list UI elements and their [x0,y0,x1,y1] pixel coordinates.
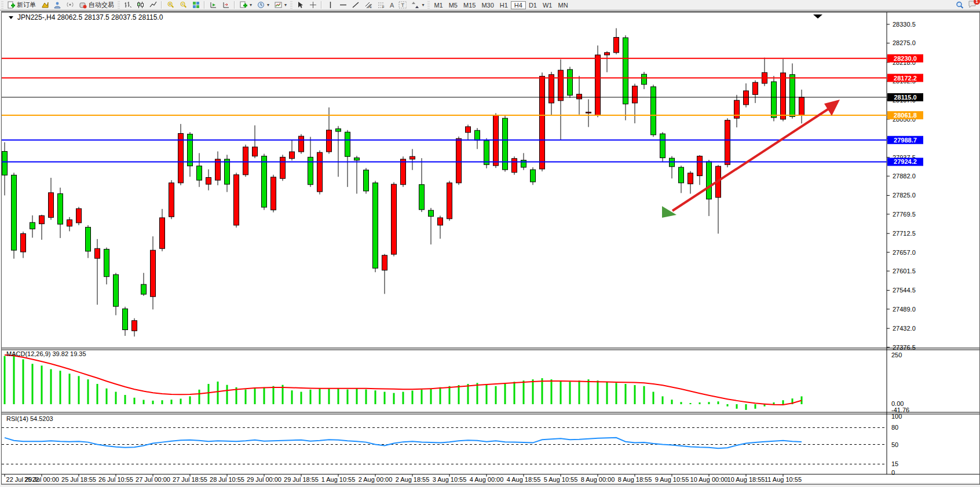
horizontal-line-tool[interactable] [337,1,349,9]
vertical-line-tool[interactable] [324,1,337,9]
chart-title: JPN225-,H4 28062.5 28137.5 28037.5 28115… [17,13,163,21]
periods-button[interactable]: ▾ [254,1,272,9]
tab-timeframe-m5[interactable]: M5 [446,1,460,9]
search-icon[interactable] [956,1,964,9]
candle-body [21,233,26,252]
candle-body [327,130,332,152]
auto-scroll-button[interactable] [207,1,220,9]
macd-histogram-bar [504,384,506,404]
candle-body [382,255,387,270]
candle-body [419,185,425,210]
indicators-button[interactable]: ▾ [237,1,254,9]
tile-windows-button[interactable] [189,1,202,9]
tab-timeframe-m15[interactable]: M15 [460,1,478,9]
cursor-tool-button[interactable] [294,1,306,9]
candle-body [253,147,258,156]
text-tool[interactable]: A [387,1,396,9]
trendline-tool[interactable] [349,1,362,9]
toolbar-grip[interactable] [118,1,120,9]
macd-histogram-bar [384,392,386,404]
macd-histogram-bar [87,379,89,404]
tab-timeframe-m30[interactable]: M30 [478,1,496,9]
text-label-tool[interactable]: T [396,1,409,9]
time-axis-label: 4 Aug 00:00 [470,476,504,483]
macd-histogram-bar [143,400,145,404]
macd-histogram-bar [412,391,414,404]
candle-body [438,218,443,225]
profile-button[interactable] [51,1,64,9]
candle-body [614,38,619,53]
time-axis-label: 27 Jul 18:55 [173,476,207,483]
price-chart[interactable]: 28330.528275.028218.028162.528107.028050… [2,12,979,484]
chart-window[interactable]: 28330.528275.028218.028162.528107.028050… [1,11,980,485]
macd-histogram-bar [440,387,441,404]
auto-trading-button[interactable]: 自动交易 [76,1,116,9]
bar-chart-button[interactable] [121,1,134,9]
vertical-line-icon [326,1,334,9]
toolbar-grip[interactable] [290,1,292,9]
candle-body [475,130,480,140]
macd-histogram-bar [542,378,543,404]
time-axis-label: 27 Jul 00:00 [136,476,170,483]
arrows-tool-button[interactable]: ▾ [409,1,426,9]
svg-text:50: 50 [891,441,898,448]
svg-text:0: 0 [891,469,895,476]
crosshair-tool-button[interactable] [306,1,319,9]
new-order-button[interactable]: 新订单 [5,1,38,9]
tab-timeframe-d1[interactable]: D1 [526,1,540,9]
macd-histogram-bar [727,404,729,407]
zoom-in-button[interactable] [164,1,177,9]
svg-text:F: F [382,5,385,9]
chart-shift-icon [222,1,230,9]
candle-body [707,162,712,199]
zoom-in-icon [166,1,174,9]
toolbar-grip[interactable] [1,1,3,9]
zoom-out-icon [179,1,187,9]
templates-button[interactable]: ▾ [272,1,289,9]
candle-body [197,166,202,181]
macd-histogram-bar [106,389,108,404]
tab-timeframe-mn[interactable]: MN [555,1,571,9]
tab-timeframe-h4[interactable]: H4 [511,1,526,9]
equidistant-channel-tool[interactable]: E [362,1,375,9]
candle-body [114,274,119,306]
tab-timeframe-m1[interactable]: M1 [431,1,445,9]
candle-body [429,210,434,217]
macd-histogram-bar [217,382,219,404]
svg-text:27924.2: 27924.2 [894,158,917,165]
macd-histogram-bar [393,393,395,404]
time-axis-label: 5 Aug 10:55 [544,476,578,483]
macd-histogram-bar [634,385,636,404]
line-chart-button[interactable] [147,1,159,9]
candle-body [243,147,248,175]
chart-shift-button[interactable] [220,1,232,9]
fibonacci-icon: F [377,1,385,9]
fibonacci-tool[interactable]: F [375,1,387,9]
macd-histogram-bar [745,404,747,410]
svg-text:28230.0: 28230.0 [894,55,917,62]
macd-histogram-bar [78,376,80,404]
macd-histogram-bar [199,390,200,404]
market-watch-button[interactable] [38,1,51,9]
macd-histogram-bar [421,390,423,404]
macd-histogram-bar [97,384,98,404]
svg-text:80: 80 [891,424,898,431]
candlestick-chart-button[interactable] [134,1,147,9]
macd-histogram-bar [41,365,43,404]
toolbar-separator [234,1,235,9]
candle-body [586,112,591,113]
zoom-out-button[interactable] [177,1,189,9]
tab-timeframe-h1[interactable]: H1 [497,1,511,9]
svg-text:28115.0: 28115.0 [894,94,916,101]
candle-body [799,97,805,115]
macd-histogram-bar [736,404,738,409]
toolbar-grip[interactable] [427,1,430,9]
signals-button[interactable] [64,1,76,9]
tab-timeframe-w1[interactable]: W1 [540,1,555,9]
macd-histogram-bar [718,401,719,404]
crosshair-icon [309,1,317,9]
candle-body [141,284,147,294]
macd-histogram-bar [699,402,701,404]
notifications-button[interactable]: 1 [968,1,977,9]
time-axis-label: 11 Aug 10:55 [765,476,802,483]
